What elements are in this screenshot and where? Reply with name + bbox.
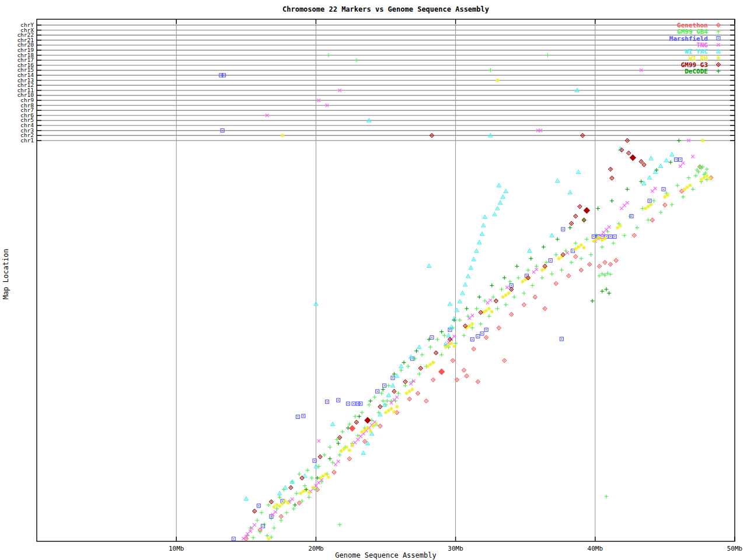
data-point [363, 428, 367, 432]
data-point [303, 484, 307, 488]
marker-dot [300, 493, 302, 495]
data-point [557, 257, 561, 261]
data-point [257, 504, 260, 508]
data-point [306, 468, 310, 473]
marker-dot [258, 505, 259, 506]
marker-dot [224, 75, 225, 76]
marker-dot [432, 379, 434, 380]
marker-dot [575, 216, 576, 217]
data-point [717, 62, 721, 66]
data-point [356, 433, 360, 438]
marker-dot [349, 458, 350, 459]
marker-dot [709, 178, 711, 180]
data-point [670, 153, 674, 156]
data-point [481, 223, 486, 227]
data-point [512, 295, 516, 299]
marker-dot [596, 239, 598, 240]
data-point [253, 523, 256, 526]
data-point [367, 403, 371, 407]
marker-dot [568, 275, 569, 276]
marker-dot [606, 236, 607, 237]
data-point [336, 442, 340, 446]
marker-dot [315, 466, 316, 467]
data-point [580, 257, 584, 261]
marker-dot [484, 217, 486, 218]
marker-dot [372, 425, 374, 427]
data-point [681, 195, 685, 199]
data-point [606, 230, 610, 234]
data-point [688, 183, 692, 187]
data-point [564, 249, 568, 253]
data-point [361, 451, 365, 454]
marker-dot [702, 140, 704, 142]
marker-dot [542, 270, 543, 271]
marker-dot [581, 244, 582, 246]
marker-dot [346, 446, 348, 448]
data-point [544, 260, 549, 264]
marker-dot [367, 443, 368, 444]
data-point [635, 226, 639, 230]
data-point [508, 279, 512, 284]
marker-dot [299, 502, 300, 503]
series-wi-rh [267, 174, 712, 541]
marker-dot [246, 499, 247, 500]
data-point [652, 199, 656, 203]
marker-dot [599, 237, 601, 239]
marker-dot [621, 149, 622, 150]
data-point [577, 245, 581, 249]
data-point [357, 414, 361, 418]
data-point [480, 332, 484, 335]
marker-dot [448, 344, 449, 346]
data-point [560, 268, 564, 272]
data-point [354, 420, 358, 424]
marker-dot [320, 456, 321, 457]
chromosome-row-label: chr1 [20, 137, 34, 144]
marker-dot [486, 310, 487, 312]
data-point [610, 176, 614, 180]
data-point [386, 393, 390, 397]
data-point [337, 398, 340, 402]
marker-dot [470, 268, 472, 269]
data-point [495, 206, 500, 210]
marker-dot [529, 251, 530, 252]
marker-dot [352, 428, 353, 429]
data-point [431, 360, 435, 365]
marker-dot [718, 51, 719, 52]
data-point [260, 510, 264, 514]
marker-dot [314, 460, 315, 461]
data-point [338, 523, 342, 527]
data-point [642, 163, 646, 167]
data-point [310, 476, 314, 480]
data-point [297, 501, 301, 505]
marker-dot [473, 259, 474, 260]
data-point [270, 500, 274, 504]
marker-dot [550, 260, 551, 261]
marker-dot [417, 393, 418, 394]
marker-dot [279, 493, 280, 494]
data-point [717, 56, 721, 60]
data-point [662, 187, 665, 191]
marker-dot [605, 262, 606, 263]
marker-dot [445, 344, 446, 345]
marker-dot [558, 258, 560, 260]
marker-dot [680, 159, 681, 160]
data-point [627, 151, 631, 155]
marker-dot [462, 293, 463, 294]
marker-dot [593, 236, 594, 237]
data-point [560, 337, 563, 341]
marker-dot [222, 130, 223, 131]
marker-dot [570, 192, 571, 193]
data-point [574, 214, 578, 218]
data-point [470, 326, 474, 330]
marker-dot [544, 308, 546, 309]
data-point [649, 156, 653, 160]
marker-dot [681, 191, 682, 192]
marker-dot [663, 188, 664, 190]
data-point [649, 202, 653, 206]
data-point [407, 397, 411, 401]
marker-dot [612, 177, 613, 178]
data-point [462, 368, 466, 372]
marker-dot [369, 430, 371, 432]
data-point [279, 519, 283, 523]
marker-dot [498, 185, 500, 186]
